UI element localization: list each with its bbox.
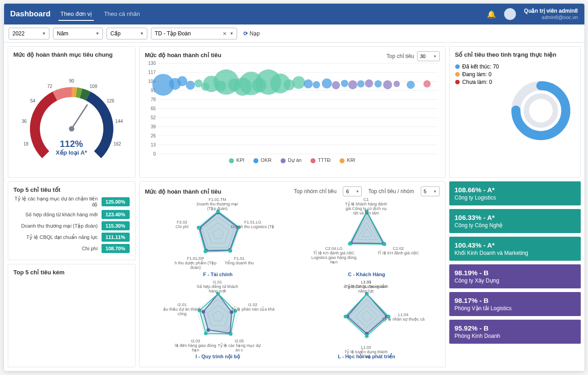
tab-individual[interactable]: Theo cá nhân bbox=[102, 8, 142, 21]
radar-chart: F1.01.TMDoanh thu thương mại (Tập đoàn)F… bbox=[145, 198, 291, 278]
top-label: Top chỉ tiêu bbox=[386, 53, 414, 59]
kpi-badge: 111.11% bbox=[102, 233, 130, 242]
svg-text:162: 162 bbox=[113, 141, 121, 146]
radar-axis-label: C1Tỷ lệ khách hàng đánh giá Công ty có d… bbox=[344, 198, 389, 216]
top-select[interactable]: 30 ▼ bbox=[417, 51, 440, 61]
donut-legend-item: Chưa làm: 0 bbox=[455, 79, 505, 85]
svg-marker-26 bbox=[199, 211, 238, 251]
radar-card: Mức độ hoàn thành chỉ tiêu Top nhóm chỉ … bbox=[139, 181, 446, 367]
radar-axis-label: F2.02Chi phí bbox=[160, 220, 205, 229]
svg-text:108: 108 bbox=[89, 84, 97, 89]
radar-subtitle: L - Học hỏi và phát triển bbox=[294, 354, 440, 360]
rank-item[interactable]: 98.17% - BPhòng Vận tải Logistics bbox=[449, 292, 581, 316]
gauge-title: Mức độ hoàn thành mục tiêu chung bbox=[14, 51, 130, 58]
bubble-point[interactable] bbox=[313, 81, 320, 88]
top5-row: Số hợp đồng từ khách hàng mới123.40% bbox=[14, 210, 130, 219]
top5-row: Tỷ lệ các hạng mục dự án chậm tiến độ125… bbox=[14, 196, 130, 208]
bubble-point[interactable] bbox=[374, 80, 382, 88]
svg-point-42 bbox=[382, 243, 386, 246]
chevron-down-icon: ▼ bbox=[96, 31, 100, 36]
kpi-badge: 108.70% bbox=[102, 244, 130, 253]
top5-good-card: Top 5 chỉ tiêu tốt Tỷ lệ các hạng mục dự… bbox=[8, 181, 136, 260]
clear-icon[interactable]: ✕ bbox=[223, 30, 227, 36]
kpi-badge: 115.30% bbox=[102, 221, 130, 230]
year-value: 2022 bbox=[13, 30, 25, 37]
gauge-value: 112% bbox=[14, 139, 130, 149]
gauge-grade: Xếp loại A* bbox=[14, 149, 130, 156]
top5-bad-card: Top 5 chỉ tiêu kém bbox=[8, 264, 136, 367]
bubble-chart: 013263952657891104117130 bbox=[158, 63, 438, 154]
left-column: Top 5 chỉ tiêu tốt Tỷ lệ các hạng mục dự… bbox=[8, 181, 136, 367]
radar-subtitle: F - Tài chính bbox=[145, 272, 291, 277]
rank-item[interactable]: 100.43% - A*Khối Kinh Doanh và Marketing bbox=[449, 237, 581, 261]
svg-point-29 bbox=[228, 249, 232, 253]
svg-text:36: 36 bbox=[21, 119, 27, 124]
user-name: Quản trị viên admin8 bbox=[524, 8, 578, 15]
refresh-button[interactable]: ⟳ Nạp bbox=[241, 29, 262, 39]
tab-unit[interactable]: Theo đơn vị bbox=[58, 8, 94, 21]
bubble-point[interactable] bbox=[186, 81, 195, 90]
top5-row: Tỷ lệ CBQL đạt chuẩn năng lực111.11% bbox=[14, 233, 130, 242]
bubble-point[interactable] bbox=[423, 80, 431, 88]
bubble-point[interactable] bbox=[394, 81, 400, 87]
period-select[interactable]: Năm ▼ bbox=[53, 28, 103, 39]
donut-legend-item: Đang làm: 0 bbox=[455, 71, 505, 78]
radar-chart: I1.01Số hợp đồng từ khách hàng mớiI1.02T… bbox=[145, 281, 291, 360]
radar-axis-label: L1.04Tỷ lệ nhân sự thuộc cá bbox=[381, 313, 426, 322]
bell-icon[interactable]: 🔔 bbox=[487, 10, 496, 19]
radar-chart: C1Tỷ lệ khách hàng đánh giá Công ty có d… bbox=[294, 198, 440, 278]
top5-row: Doanh thu thương mại (Tập đoàn)115.30% bbox=[14, 221, 130, 230]
donut-legend: Đã kết thúc: 70Đang làm: 0Chưa làm: 0 bbox=[455, 63, 505, 147]
rank-item[interactable]: 106.33% - A*Công ty Công Nghệ bbox=[449, 209, 581, 233]
rank-item[interactable]: 108.66% - A*Công ty Logistics bbox=[449, 181, 581, 205]
legend-item[interactable]: OKR bbox=[253, 157, 272, 163]
bubble-point[interactable] bbox=[407, 81, 415, 89]
bubble-point[interactable] bbox=[357, 80, 364, 88]
radar-axis-label: C2.02Tỉ lệ KH đánh giá ABC bbox=[376, 247, 421, 256]
level-select[interactable]: Cấp ▼ bbox=[107, 28, 147, 39]
bubble-point[interactable] bbox=[365, 79, 373, 88]
bubble-point[interactable] bbox=[304, 79, 313, 88]
radar-group-select[interactable]: 6 ▼ bbox=[343, 186, 362, 196]
svg-point-72 bbox=[365, 334, 369, 338]
svg-line-11 bbox=[72, 104, 87, 129]
bubble-point[interactable] bbox=[383, 80, 392, 89]
unit-select[interactable]: TD - Tập Đoàn ✕ ▼ bbox=[151, 28, 237, 39]
radar-axis-label: I2.01ấu thầu dự án thành công bbox=[160, 303, 205, 317]
svg-point-15 bbox=[526, 96, 555, 125]
chevron-down-icon: ▼ bbox=[433, 54, 437, 58]
svg-point-30 bbox=[204, 249, 207, 253]
svg-text:72: 72 bbox=[47, 84, 53, 89]
bubble-point[interactable] bbox=[332, 81, 340, 89]
svg-text:54: 54 bbox=[30, 98, 35, 103]
svg-marker-40 bbox=[350, 211, 384, 244]
rank-list: 108.66% - A*Công ty Logistics106.33% - A… bbox=[449, 181, 581, 367]
level-value: Cấp bbox=[111, 30, 121, 37]
bubble-point[interactable] bbox=[322, 78, 332, 88]
kpi-badge: 125.00% bbox=[102, 197, 130, 206]
rank-item[interactable]: 95.92% - BPhòng Kinh Doanh bbox=[449, 320, 581, 344]
radar-per-select[interactable]: 5 ▼ bbox=[421, 186, 440, 196]
avatar[interactable] bbox=[504, 8, 516, 20]
year-select[interactable]: 2022 ▼ bbox=[9, 28, 49, 39]
svg-point-57 bbox=[228, 332, 232, 336]
user-block: Quản trị viên admin8 admin8@ooc.vn bbox=[524, 8, 578, 21]
radar-subtitle: I - Quy trình nội bộ bbox=[145, 354, 291, 360]
bubble-point[interactable] bbox=[341, 80, 348, 87]
radar-axis-label: I1.02Tỷ lệ phàn nàn của khá bbox=[230, 303, 275, 312]
legend-item[interactable]: KPI bbox=[229, 157, 244, 163]
legend-item[interactable]: TTTĐ bbox=[311, 157, 330, 163]
svg-text:144: 144 bbox=[115, 119, 123, 124]
bubble-point[interactable] bbox=[292, 76, 305, 89]
radar-grid: F1.01.TMDoanh thu thương mại (Tập đoàn)F… bbox=[145, 198, 440, 360]
rank-item[interactable]: 98.19% - BCông ty Xây Dựng bbox=[449, 264, 581, 288]
svg-text:18: 18 bbox=[23, 141, 29, 146]
legend-item[interactable]: KRI bbox=[340, 157, 355, 163]
bubble-point[interactable] bbox=[348, 80, 357, 89]
svg-point-58 bbox=[204, 331, 207, 335]
legend-item[interactable]: Dự án bbox=[281, 157, 301, 163]
bubble-legend: KPIOKRDự ánTTTĐKRI bbox=[145, 157, 440, 163]
radar-axis-label: F1.01.DPh thu dược phẩm (Tập đoàn) bbox=[173, 257, 218, 270]
radar-axis-label: L1.03ố giờ đào tạo trung bình bbox=[344, 280, 389, 289]
radar-axis-label: C2.04.LGTỉ lệ KH đánh giá ABC Logistics … bbox=[311, 247, 357, 265]
